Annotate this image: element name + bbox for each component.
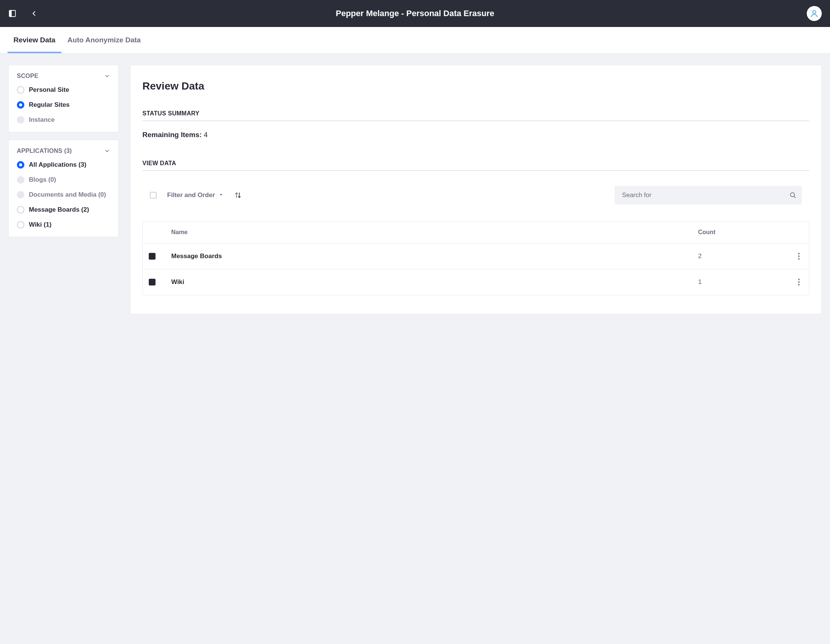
radio-icon [17,101,24,109]
radio-label: Instance [29,116,110,123]
remaining-items-value: 4 [204,131,208,139]
remaining-items-row: Remaining Items: 4 [143,131,809,139]
content-layout: SCOPE Personal Site Regular Sites Instan… [0,54,830,329]
scope-radio-list: Personal Site Regular Sites Instance [17,86,110,123]
applications-item-wiki[interactable]: Wiki (1) [17,221,110,228]
tab-review-data[interactable]: Review Data [8,27,62,53]
table-header-row: Name Count [143,222,809,243]
sidebar: SCOPE Personal Site Regular Sites Instan… [8,65,119,237]
svg-point-4 [798,253,800,255]
sort-direction-button[interactable] [234,191,242,199]
search-icon[interactable] [789,191,797,199]
applications-item-blogs: Blogs (0) [17,176,110,184]
status-summary-title: STATUS SUMMARY [143,110,809,121]
row-checkbox-icon[interactable] [149,279,155,285]
svg-rect-1 [10,11,12,17]
radio-label: All Applications (3) [29,161,110,169]
remaining-items-label: Remaining Items: [143,131,201,139]
applications-item-documents-media: Documents and Media (0) [17,191,110,199]
svg-point-2 [813,11,816,13]
topbar-left-controls [8,9,38,17]
review-data-heading: Review Data [143,80,809,92]
radio-label: Documents and Media (0) [29,191,110,199]
row-actions-button[interactable] [795,251,803,261]
column-header-name: Name [171,229,698,236]
row-count: 2 [698,253,773,260]
scope-panel: SCOPE Personal Site Regular Sites Instan… [8,65,119,132]
applications-panel-header[interactable]: APPLICATIONS (3) [17,147,110,154]
svg-point-9 [798,284,800,285]
radio-icon [17,86,24,94]
scope-item-personal-site[interactable]: Personal Site [17,86,110,94]
filter-and-order-label: Filter and Order [167,191,215,199]
radio-label: Wiki (1) [29,221,110,228]
svg-point-8 [798,282,800,283]
row-count: 1 [698,278,773,286]
back-icon[interactable] [31,10,38,17]
radio-icon [17,221,24,228]
applications-radio-list: All Applications (3) Blogs (0) Documents… [17,161,110,228]
page-title: Pepper Melange - Personal Data Erasure [336,9,494,18]
radio-label: Personal Site [29,86,110,94]
radio-icon [17,191,24,199]
radio-icon [17,116,24,123]
radio-label: Message Boards (2) [29,206,110,214]
applications-panel-title: APPLICATIONS (3) [17,147,72,154]
applications-item-all[interactable]: All Applications (3) [17,161,110,169]
filter-and-order-button[interactable]: Filter and Order [167,191,223,199]
svg-point-5 [798,255,800,257]
caret-down-icon [219,191,223,199]
svg-point-7 [798,279,800,280]
chevron-down-icon [104,73,110,79]
table-row[interactable]: Wiki 1 [143,269,809,295]
search-input[interactable] [622,191,789,199]
applications-item-message-boards[interactable]: Message Boards (2) [17,206,110,214]
chevron-down-icon [104,148,110,154]
row-actions-button[interactable] [795,277,803,287]
applications-panel: APPLICATIONS (3) All Applications (3) Bl… [8,140,119,237]
radio-label: Regular Sites [29,101,110,109]
column-header-count: Count [698,229,773,236]
data-table: Name Count Message Boards 2 Wiki 1 [143,221,809,295]
panel-toggle-icon[interactable] [8,9,16,17]
table-row[interactable]: Message Boards 2 [143,243,809,269]
row-checkbox-icon[interactable] [149,253,155,259]
row-name: Message Boards [171,253,698,260]
scope-item-regular-sites[interactable]: Regular Sites [17,101,110,109]
svg-point-6 [798,258,800,259]
view-data-toolbar: Filter and Order [143,180,809,210]
select-all-checkbox[interactable] [150,192,157,199]
topbar: Pepper Melange - Personal Data Erasure [0,0,830,27]
main-card: Review Data STATUS SUMMARY Remaining Ite… [130,65,822,314]
search-field-wrapper [615,186,802,204]
tab-auto-anonymize[interactable]: Auto Anonymize Data [62,27,147,53]
scope-panel-header[interactable]: SCOPE [17,73,110,79]
radio-icon [17,206,24,214]
scope-panel-title: SCOPE [17,73,39,79]
tabs-bar: Review Data Auto Anonymize Data [0,27,830,54]
radio-icon [17,176,24,184]
radio-label: Blogs (0) [29,176,110,184]
view-data-title: VIEW DATA [143,160,809,171]
avatar[interactable] [807,6,822,21]
scope-item-instance: Instance [17,116,110,123]
row-name: Wiki [171,278,698,286]
radio-icon [17,161,24,169]
